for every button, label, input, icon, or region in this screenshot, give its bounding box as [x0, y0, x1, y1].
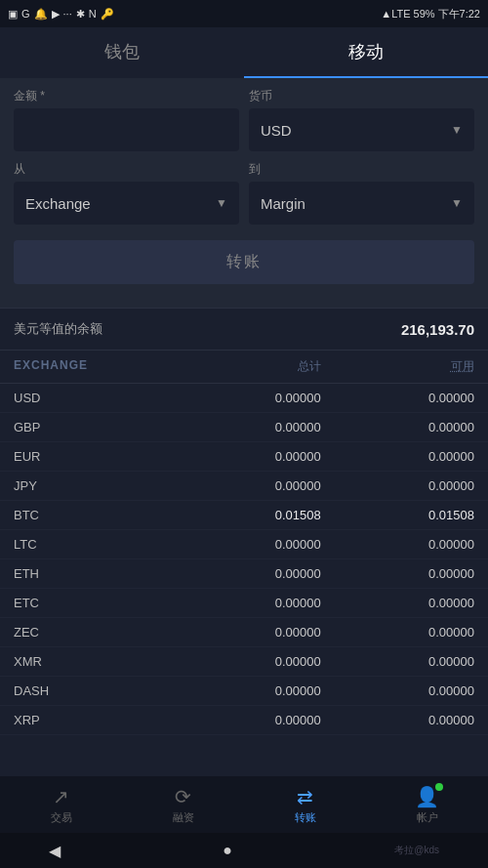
row-total-ZEC: 0.00000: [167, 625, 320, 640]
home-button[interactable]: ●: [223, 842, 232, 859]
transfer-button[interactable]: 转账: [14, 240, 474, 284]
status-bar: ▣ G 🔔 ▶ ··· ✱ N 🔑 ▲LTE 59% 下午7:22: [0, 0, 488, 27]
row-name-ETC: ETC: [14, 596, 167, 610]
account-icon: 👤: [415, 785, 439, 808]
row-total-USD: 0.00000: [167, 391, 320, 405]
amount-label: 金额 *: [14, 88, 239, 104]
table-row: ETC 0.00000 0.00000: [0, 589, 488, 618]
amount-group: 金额 *: [14, 88, 239, 151]
online-dot: [435, 783, 443, 791]
row-avail-ETH: 0.00000: [321, 566, 474, 581]
status-icon-7: N: [89, 8, 97, 20]
from-to-row: 从 Exchange ▼ 到 Margin ▼: [14, 161, 474, 225]
row-total-BTC: 0.01508: [167, 508, 320, 522]
currency-label: 货币: [249, 88, 474, 104]
status-right: ▲LTE 59% 下午7:22: [381, 7, 480, 21]
from-label: 从: [14, 161, 239, 178]
exchange-section-label: EXCHANGE: [14, 358, 167, 375]
exchange-table: EXCHANGE 总计 可用 USD 0.00000 0.00000 GBP 0…: [0, 351, 488, 776]
chevron-down-icon: ▼: [451, 123, 463, 137]
table-row: ZEC 0.00000 0.00000: [0, 618, 488, 647]
to-select[interactable]: Margin ▼: [249, 182, 474, 225]
from-chevron-icon: ▼: [216, 196, 227, 210]
row-total-JPY: 0.00000: [167, 478, 320, 493]
to-group: 到 Margin ▼: [249, 161, 474, 225]
amount-input-wrap[interactable]: [14, 108, 239, 151]
row-avail-LTC: 0.00000: [321, 537, 474, 552]
form-area: 金额 * 货币 USD ▼ 从 Exchange ▼: [0, 78, 488, 308]
from-select[interactable]: Exchange ▼: [14, 182, 239, 225]
table-row: DASH 0.00000 0.00000: [0, 677, 488, 706]
row-avail-BTC: 0.01508: [321, 508, 474, 522]
row-total-XRP: 0.00000: [167, 713, 320, 727]
table-row: XRP 0.00000 0.00000: [0, 706, 488, 735]
row-name-BTC: BTC: [14, 508, 167, 522]
transfer-icon: ⇄: [297, 785, 313, 808]
battery-level: 59%: [414, 8, 435, 20]
watermark: 考拉@kds: [394, 844, 439, 857]
row-avail-ETC: 0.00000: [321, 596, 474, 610]
row-total-DASH: 0.00000: [167, 683, 320, 698]
table-row: BTC 0.01508 0.01508: [0, 501, 488, 530]
system-bar: ◀ ● 考拉@kds: [0, 833, 488, 868]
table-row: ETH 0.00000 0.00000: [0, 559, 488, 589]
row-avail-ZEC: 0.00000: [321, 625, 474, 640]
status-icon-5: ···: [63, 8, 72, 20]
nav-account-label: 帐户: [417, 810, 438, 825]
balance-section: 美元等值的余额 216,193.70: [0, 308, 488, 351]
row-total-LTC: 0.00000: [167, 537, 320, 552]
row-name-DASH: DASH: [14, 683, 167, 698]
row-name-GBP: GBP: [14, 420, 167, 434]
top-tabs: 钱包 移动: [0, 27, 488, 78]
tab-move[interactable]: 移动: [244, 27, 488, 78]
row-name-ETH: ETH: [14, 566, 167, 581]
nav-trade[interactable]: ↗ 交易: [0, 785, 122, 825]
status-icon-8: 🔑: [101, 8, 114, 21]
to-chevron-icon: ▼: [451, 196, 463, 210]
row-total-ETC: 0.00000: [167, 596, 320, 610]
status-icon-3: 🔔: [34, 8, 48, 21]
amount-currency-row: 金额 * 货币 USD ▼: [14, 88, 474, 151]
row-avail-EUR: 0.00000: [321, 449, 474, 464]
row-name-XMR: XMR: [14, 654, 167, 669]
to-value: Margin: [261, 195, 445, 212]
table-row: XMR 0.00000 0.00000: [0, 647, 488, 677]
col-total-header: 总计: [167, 358, 320, 375]
trade-icon: ↗: [53, 785, 69, 808]
nav-fund[interactable]: ⟳ 融资: [122, 785, 244, 825]
table-row: GBP 0.00000 0.00000: [0, 413, 488, 442]
row-avail-USD: 0.00000: [321, 391, 474, 405]
table-row: USD 0.00000 0.00000: [0, 384, 488, 413]
currency-select[interactable]: USD ▼: [249, 108, 474, 151]
account-icon-wrap: 👤: [415, 785, 439, 808]
row-avail-XRP: 0.00000: [321, 713, 474, 727]
current-time: 下午7:22: [438, 7, 480, 21]
back-button[interactable]: ◀: [49, 842, 61, 860]
tab-wallet[interactable]: 钱包: [0, 27, 244, 78]
nav-transfer-label: 转账: [295, 810, 316, 825]
from-group: 从 Exchange ▼: [14, 161, 239, 225]
nav-transfer[interactable]: ⇄ 转账: [244, 785, 366, 825]
row-total-XMR: 0.00000: [167, 654, 320, 669]
fund-icon: ⟳: [175, 785, 191, 808]
row-name-ZEC: ZEC: [14, 625, 167, 640]
currency-group: 货币 USD ▼: [249, 88, 474, 151]
row-name-USD: USD: [14, 391, 167, 405]
row-avail-DASH: 0.00000: [321, 683, 474, 698]
row-avail-GBP: 0.00000: [321, 420, 474, 434]
signal-icon: ▲LTE: [381, 8, 410, 20]
table-row: JPY 0.00000 0.00000: [0, 472, 488, 501]
status-left: ▣ G 🔔 ▶ ··· ✱ N 🔑: [8, 8, 114, 21]
to-label: 到: [249, 161, 474, 178]
status-icon-1: ▣: [8, 8, 18, 21]
bottom-nav: ↗ 交易 ⟳ 融资 ⇄ 转账 👤 帐户: [0, 776, 488, 833]
row-total-ETH: 0.00000: [167, 566, 320, 581]
balance-value: 216,193.70: [401, 321, 474, 338]
nav-account[interactable]: 👤 帐户: [366, 785, 488, 825]
from-value: Exchange: [25, 195, 210, 212]
amount-input[interactable]: [25, 122, 227, 139]
currency-value: USD: [261, 122, 445, 139]
table-row: EUR 0.00000 0.00000: [0, 442, 488, 472]
row-avail-JPY: 0.00000: [321, 478, 474, 493]
exchange-header: EXCHANGE 总计 可用: [0, 351, 488, 384]
